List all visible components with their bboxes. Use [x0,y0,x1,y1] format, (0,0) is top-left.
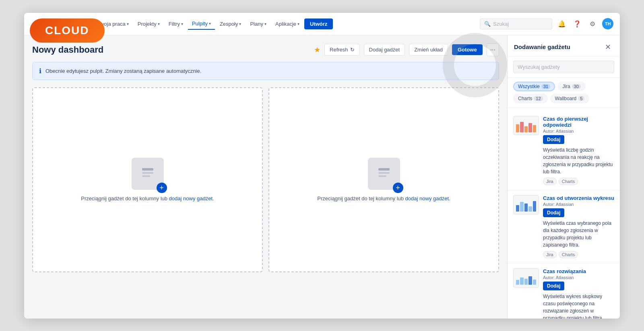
gadget-thumb-2 [513,195,539,214]
filter-tag-jira[interactable]: Jira 30 [557,82,586,91]
star-icon[interactable]: ★ [314,45,320,54]
panel-search [508,57,620,78]
nav-item-twoja-praca[interactable]: Twoja praca ▾ [93,19,133,29]
chevron-down-icon: ▾ [181,22,183,26]
gadget-tag: Charts [559,251,578,258]
add-gadget-link-1[interactable]: dodaj nowy gadżet. [169,195,214,201]
gadget-desc-2: Wyświetla czas wybranego pola dla każdeg… [543,220,614,249]
change-layout-button[interactable]: Zmień układ [409,44,448,56]
svg-rect-2 [142,168,153,171]
done-button[interactable]: Gotowe [452,44,483,55]
info-icon: ℹ [39,67,41,75]
gadget-tag: Jira [543,178,557,185]
panel-title: Dodawanie gadżetu [514,43,570,50]
svg-rect-3 [142,172,153,174]
chevron-down-icon: ▾ [264,22,266,26]
panel-close-button[interactable]: ✕ [603,42,613,52]
gadget-name-1[interactable]: Czas do pierwszej odpowiedzi [543,116,614,128]
nav-item-projekty[interactable]: Projekty ▾ [134,19,164,29]
drop-plus-icon-1[interactable]: + [157,183,167,193]
notifications-icon[interactable]: 🔔 [556,18,568,29]
filter-tag-charts[interactable]: Charts 12 [513,94,548,103]
gadget-desc-1: Wyświetla liczbę godzin oczekiwania na r… [543,146,614,175]
jira-logo [43,20,52,28]
chevron-down-icon: ▾ [209,21,211,26]
main-content: Nowy dashboard ★ Refresh ↻ Dodaj gadżet … [24,35,620,319]
svg-rect-7 [378,175,386,177]
dashboard-area: Nowy dashboard ★ Refresh ↻ Dodaj gadżet … [24,35,507,319]
refresh-button[interactable]: Refresh ↻ [324,44,360,56]
svg-rect-4 [142,175,150,177]
drop-column-2: + Przeciągnij gadżet do tej kolumny lub … [268,87,499,272]
gadget-tag: Jira [543,251,557,258]
drop-plus-icon-2[interactable]: + [393,183,403,193]
more-options-button[interactable]: ··· [487,43,499,56]
nav-item-filtry[interactable]: Filtry ▾ [165,19,187,29]
gadget-item: Czas rozwiązania Autor: Atlassian Dodaj … [508,263,620,319]
refresh-icon: ↻ [350,47,355,53]
drop-icon-container-2: + [368,158,400,190]
add-gadget-btn-3[interactable]: Dodaj [543,282,564,290]
gadget-info-1: Czas do pierwszej odpowiedzi Autor: Atla… [543,116,614,185]
gadget-search-input[interactable] [513,61,614,73]
add-gadget-button[interactable]: Dodaj gadżet [364,44,405,56]
svg-rect-6 [378,172,390,174]
settings-icon[interactable]: ⚙ [587,18,598,29]
nav-item-zespoly[interactable]: Zespoły ▾ [216,19,246,29]
filter-tag-all[interactable]: Wszystkie 31 [513,82,555,91]
info-bar: ℹ Obecnie edytujesz pulpit. Zmiany zosta… [32,62,499,80]
chevron-down-icon: ▾ [158,22,160,26]
search-bar[interactable]: 🔍 [480,19,552,29]
drop-icon-container-1: + [132,158,164,190]
dashboard-title: Nowy dashboard [32,45,310,55]
gadget-info-2: Czas od utworzenia wykresu Autor: Atlass… [543,195,614,258]
info-text: Obecnie edytujesz pulpit. Zmiany zostaną… [45,68,201,74]
gadget-info-3: Czas rozwiązania Autor: Atlassian Dodaj … [543,268,614,319]
gadget-tags-1: Jira Charts [543,178,614,185]
search-input[interactable] [493,21,548,27]
nav-item-plany[interactable]: Plany ▾ [246,19,270,29]
filter-tags: Wszystkie 31 Jira 30 Charts 12 Wallboard… [508,78,620,108]
gadget-name-3[interactable]: Czas rozwiązania [543,268,614,274]
help-icon[interactable]: ❓ [572,18,583,29]
svg-point-1 [47,23,49,25]
filter-tag-wallboard[interactable]: Wallboard 5 [550,94,590,103]
gadget-item: Czas do pierwszej odpowiedzi Autor: Atla… [508,111,620,190]
panel-header: Dodawanie gadżetu ✕ [508,35,620,57]
navbar: ⋯ Jira Software Twoja praca ▾ Projekty ▾… [24,13,620,35]
gadget-thumb-1 [513,116,539,135]
nav-item-pulpity[interactable]: Pulpity ▾ [188,18,215,30]
gadget-tag: Charts [559,178,578,185]
gadget-item: Czas od utworzenia wykresu Autor: Atlass… [508,190,620,263]
chevron-down-icon: ▾ [239,22,241,26]
chevron-down-icon: ▾ [127,22,129,26]
gadget-list: Czas do pierwszej odpowiedzi Autor: Atla… [508,108,620,319]
drop-text-1: Przeciągnij gadżet do tej kolumny lub do… [81,195,214,201]
gadget-author-1: Autor: Atlassian [543,129,614,134]
columns-container: + Przeciągnij gadżet do tej kolumny lub … [32,87,499,272]
drop-text-2: Przeciągnij gadżet do tej kolumny lub do… [317,195,450,201]
drop-column-1: + Przeciągnij gadżet do tej kolumny lub … [32,87,263,272]
nav-items: Twoja praca ▾ Projekty ▾ Filtry ▾ Pulpit… [93,18,477,30]
gadget-author-3: Autor: Atlassian [543,275,614,280]
avatar[interactable]: TH [602,18,613,29]
chevron-down-icon: ▾ [297,22,299,26]
gadget-name-2[interactable]: Czas od utworzenia wykresu [543,195,614,201]
gadget-tags-2: Jira Charts [543,251,614,258]
search-icon: 🔍 [484,21,491,27]
svg-rect-5 [378,168,390,171]
nav-item-aplikacje[interactable]: Aplikacje ▾ [271,19,303,29]
add-gadget-btn-2[interactable]: Dodaj [543,208,564,217]
dashboard-header: Nowy dashboard ★ Refresh ↻ Dodaj gadżet … [32,43,499,56]
grid-icon[interactable]: ⋯ [31,19,40,29]
brand-name: Jira Software [54,21,87,27]
gadget-thumb-3 [513,268,539,288]
create-button[interactable]: Utwórz [304,19,333,29]
add-gadget-btn-1[interactable]: Dodaj [543,135,564,144]
gadget-desc-3: Wyświetla wykres słupkowy czasu poświęco… [543,293,614,319]
navbar-right: 🔍 🔔 ❓ ⚙ TH [480,18,613,29]
gadget-author-2: Autor: Atlassian [543,202,614,207]
brand[interactable]: Jira Software [43,20,87,28]
add-gadget-link-2[interactable]: dodaj nowy gadżet. [405,195,450,201]
gadget-panel: Dodawanie gadżetu ✕ Wszystkie 31 Jira 30… [507,35,620,319]
